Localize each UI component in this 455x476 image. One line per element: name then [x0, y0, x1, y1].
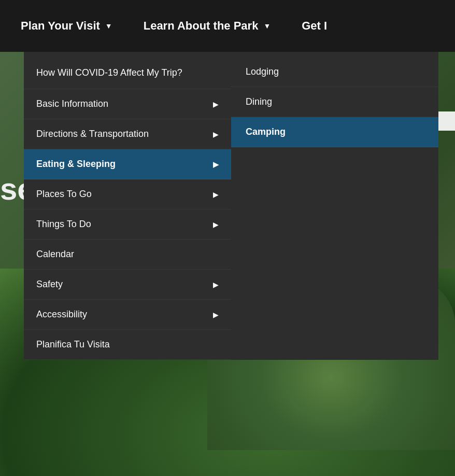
safety-arrow: ▶	[213, 281, 219, 289]
menu-item-directions-label: Directions & Transportation	[36, 129, 149, 139]
basic-info-arrow: ▶	[213, 100, 219, 108]
top-nav: Plan Your Visit ▼ Learn About the Park ▼…	[0, 0, 455, 52]
menu-item-planifica-label: Planifica Tu Visita	[36, 339, 110, 350]
learn-about-park-label: Learn About the Park	[144, 19, 259, 33]
secondary-menu-camping-label: Camping	[246, 127, 286, 137]
menu-item-basic-info[interactable]: Basic Information ▶	[24, 89, 231, 119]
eating-sleeping-arrow: ▶	[213, 160, 219, 169]
directions-arrow: ▶	[213, 130, 219, 138]
menu-item-accessibility[interactable]: Accessibility ▶	[24, 300, 231, 330]
secondary-menu: Lodging Dining Camping	[231, 52, 438, 360]
menu-item-things-to-do-label: Things To Do	[36, 219, 91, 230]
plan-your-visit-arrow: ▼	[105, 22, 112, 30]
secondary-menu-item-camping[interactable]: Camping	[231, 117, 438, 147]
menu-item-basic-info-label: Basic Information	[36, 99, 108, 109]
learn-about-park-arrow: ▼	[263, 22, 271, 30]
plan-your-visit-nav[interactable]: Plan Your Visit ▼	[21, 19, 112, 33]
menu-item-places-to-go[interactable]: Places To Go ▶	[24, 179, 231, 209]
secondary-menu-item-lodging[interactable]: Lodging	[231, 57, 438, 87]
accessibility-arrow: ▶	[213, 311, 219, 319]
menu-item-places-to-go-label: Places To Go	[36, 189, 92, 200]
menu-item-covid-label: How Will COVID-19 Affect My Trip?	[36, 66, 182, 79]
menu-item-eating-sleeping[interactable]: Eating & Sleeping ▶	[24, 149, 231, 179]
menu-item-safety-label: Safety	[36, 279, 63, 290]
get-label: Get I	[302, 19, 327, 33]
menu-item-directions[interactable]: Directions & Transportation ▶	[24, 119, 231, 149]
menu-item-planifica[interactable]: Planifica Tu Visita	[24, 330, 231, 360]
dropdown-container: How Will COVID-19 Affect My Trip? Basic …	[24, 52, 438, 360]
secondary-menu-lodging-label: Lodging	[246, 66, 279, 77]
menu-item-covid[interactable]: How Will COVID-19 Affect My Trip?	[24, 57, 231, 89]
menu-item-eating-sleeping-label: Eating & Sleeping	[36, 159, 116, 170]
plan-your-visit-label: Plan Your Visit	[21, 19, 100, 33]
learn-about-park-nav[interactable]: Learn About the Park ▼	[144, 19, 271, 33]
places-to-go-arrow: ▶	[213, 190, 219, 199]
secondary-menu-dining-label: Dining	[246, 96, 272, 107]
things-to-do-arrow: ▶	[213, 220, 219, 229]
secondary-menu-item-dining[interactable]: Dining	[231, 87, 438, 117]
menu-item-calendar[interactable]: Calendar	[24, 240, 231, 270]
menu-item-things-to-do[interactable]: Things To Do ▶	[24, 209, 231, 240]
get-nav[interactable]: Get I	[302, 19, 327, 33]
primary-menu: How Will COVID-19 Affect My Trip? Basic …	[24, 52, 231, 360]
menu-item-calendar-label: Calendar	[36, 249, 74, 260]
menu-item-safety[interactable]: Safety ▶	[24, 270, 231, 300]
menu-item-accessibility-label: Accessibility	[36, 309, 87, 320]
